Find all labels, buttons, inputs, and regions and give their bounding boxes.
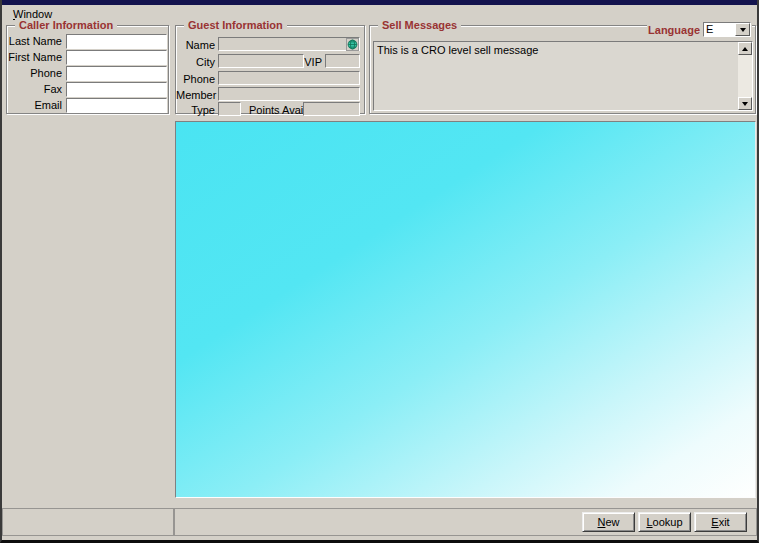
guest-city-input[interactable] — [218, 54, 304, 68]
chevron-down-icon — [740, 28, 746, 32]
first-name-input[interactable] — [66, 50, 167, 65]
guest-information-groupbox: Guest Information Name City VIP Phone Me… — [175, 25, 365, 114]
sell-message-text: This is a CRO level sell message — [377, 44, 735, 57]
scroll-up-icon — [742, 47, 748, 51]
footer-button-row: New Lookup Exit — [582, 512, 747, 532]
guest-city-label: City — [176, 56, 215, 69]
language-combobox[interactable]: E — [703, 22, 751, 37]
email-label: Email — [7, 99, 62, 112]
scroll-down-button[interactable] — [738, 97, 752, 110]
language-row: Language E — [647, 22, 752, 37]
vertical-scrollbar[interactable] — [738, 42, 752, 110]
language-label: Language — [648, 24, 700, 36]
type-input[interactable] — [218, 102, 241, 116]
first-name-label: First Name — [7, 51, 62, 64]
language-dropdown-button[interactable] — [735, 23, 750, 36]
footer-button-panel: New Lookup Exit — [174, 508, 757, 536]
points-avail-label: Points Avail — [249, 104, 301, 117]
type-label: Type — [176, 104, 215, 117]
last-name-label: Last Name — [7, 35, 62, 48]
exit-button[interactable]: Exit — [694, 512, 747, 532]
guest-name-lookup-button[interactable] — [346, 38, 359, 51]
fax-input[interactable] — [66, 82, 167, 97]
guest-name-label: Name — [176, 39, 215, 52]
guest-phone-label: Phone — [176, 73, 215, 86]
last-name-input[interactable] — [66, 34, 167, 49]
caller-information-title: Caller Information — [15, 19, 117, 32]
footer-left-panel — [2, 508, 174, 536]
sell-messages-title: Sell Messages — [378, 19, 461, 32]
new-button[interactable]: New — [582, 512, 635, 532]
globe-search-icon — [347, 39, 358, 50]
vip-label: VIP — [300, 56, 322, 69]
scroll-up-button[interactable] — [738, 42, 752, 55]
caller-phone-input[interactable] — [66, 66, 167, 81]
guest-name-input[interactable] — [218, 37, 360, 51]
scroll-down-icon — [742, 102, 748, 106]
guest-information-title: Guest Information — [184, 19, 287, 32]
fax-label: Fax — [7, 83, 62, 96]
email-input[interactable] — [66, 98, 167, 113]
member-label: Member — [176, 89, 215, 102]
sell-message-textarea[interactable]: This is a CRO level sell message — [373, 41, 753, 111]
lookup-button[interactable]: Lookup — [638, 512, 691, 532]
sell-messages-groupbox: Sell Messages Language E This is a CRO l… — [369, 25, 756, 114]
application-window: Window Caller Information Last Name Firs… — [0, 0, 759, 543]
points-avail-input[interactable] — [303, 102, 360, 116]
vip-input[interactable] — [325, 54, 360, 68]
main-canvas — [175, 121, 756, 498]
caller-phone-label: Phone — [7, 67, 62, 80]
member-input[interactable] — [218, 87, 360, 101]
language-value: E — [704, 23, 735, 36]
guest-phone-input[interactable] — [218, 71, 360, 85]
caller-information-groupbox: Caller Information Last Name First Name … — [6, 25, 169, 114]
